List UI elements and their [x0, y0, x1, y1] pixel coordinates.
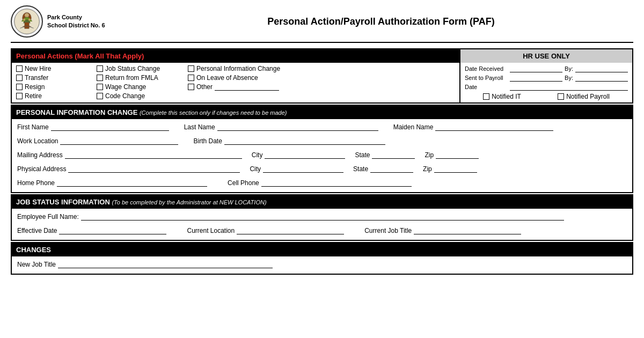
checkbox-other: Other — [188, 83, 295, 91]
checkbox-new-hire: New Hire — [16, 65, 86, 72]
physical-address-field[interactable] — [68, 164, 240, 173]
physical-state-field[interactable] — [370, 164, 413, 173]
date-received-label: Date Received — [465, 65, 508, 72]
physical-city-field[interactable] — [263, 164, 343, 173]
mailing-state-field[interactable] — [372, 150, 415, 159]
current-job-title-field[interactable] — [414, 226, 521, 234]
checkbox-retire: Retire — [16, 92, 86, 100]
personal-actions-label: Personal Actions (Mark All That Apply) — [16, 52, 144, 60]
org-line2: School District No. 6 — [47, 21, 105, 30]
page: Park County School District No. 6 Person… — [0, 0, 644, 338]
mailing-address-group: Mailing Address — [17, 150, 242, 159]
current-location-field[interactable] — [237, 226, 344, 234]
checkbox-box[interactable] — [16, 75, 23, 81]
new-job-title-field[interactable] — [58, 260, 273, 268]
home-phone-field[interactable] — [57, 178, 207, 187]
changes-section: CHANGES New Job Title — [11, 242, 633, 275]
first-name-field[interactable] — [51, 122, 169, 131]
current-location-group: Current Location — [187, 226, 344, 234]
personal-actions-content: New Hire Transfer Resign Retire — [12, 63, 459, 102]
checkbox-box[interactable] — [188, 84, 194, 90]
checkbox-return-fmla: Return from FMLA — [97, 74, 177, 82]
sent-to-payroll-by-label: By: — [565, 75, 573, 81]
checkbox-on-leave: On Leave of Absence — [188, 74, 295, 82]
checkbox-resign: Resign — [16, 83, 86, 91]
org-name: Park County School District No. 6 — [47, 13, 105, 30]
current-location-label: Current Location — [187, 227, 235, 234]
svg-point-2 — [25, 13, 29, 17]
current-job-title-label: Current Job Title — [364, 227, 412, 234]
maiden-name-group: Maiden Name — [393, 122, 554, 131]
phone-row: Home Phone Cell Phone — [17, 178, 627, 187]
notified-it-label: Notified IT — [492, 93, 521, 100]
changes-body: New Job Title — [12, 256, 632, 274]
cell-phone-field[interactable] — [261, 178, 412, 187]
checkbox-box[interactable] — [97, 65, 103, 72]
checkbox-box[interactable] — [97, 93, 103, 99]
personal-info-change-body: First Name Last Name Maiden Name Work Lo… — [12, 119, 632, 192]
transfer-label: Transfer — [25, 74, 48, 82]
other-label: Other — [196, 83, 213, 91]
employee-full-name-field[interactable] — [81, 212, 564, 221]
checkbox-box[interactable] — [558, 93, 564, 100]
job-status-section: JOB STATUS INFORMATION (To be completed … — [11, 194, 633, 241]
physical-city-label: City — [250, 165, 261, 173]
hr-use-only-section: HR USE ONLY Date Received By: Sent to Pa… — [460, 49, 632, 102]
checkbox-personal-info-change: Personal Information Change — [188, 65, 295, 72]
mailing-address-field[interactable] — [65, 150, 242, 159]
maiden-name-label: Maiden Name — [393, 123, 434, 131]
job-status-note: (To be completed by the Administrator at… — [112, 199, 266, 205]
effective-date-field[interactable] — [59, 226, 166, 234]
physical-address-group: Physical Address — [17, 164, 240, 173]
physical-zip-label: Zip — [423, 165, 432, 173]
changes-row: New Job Title — [17, 260, 627, 268]
personal-info-change-section: PERSONAL INFORMATION CHANGE (Complete th… — [11, 105, 633, 193]
work-birth-row: Work Location Birth Date — [17, 136, 627, 145]
current-job-title-group: Current Job Title — [364, 226, 521, 234]
actions-col-3: Personal Information Change On Leave of … — [188, 65, 295, 100]
checkbox-box[interactable] — [188, 65, 194, 72]
job-status-title: JOB STATUS INFORMATION (To be completed … — [12, 195, 632, 209]
last-name-group: Last Name — [184, 122, 378, 131]
checkbox-wage-change: Wage Change — [97, 83, 177, 91]
sent-to-payroll-field[interactable] — [510, 74, 562, 82]
title-area: Personal Action/Payroll Authorization Fo… — [129, 16, 633, 27]
checkbox-box[interactable] — [16, 65, 23, 72]
effective-date-group: Effective Date — [17, 226, 166, 234]
mailing-city-field[interactable] — [265, 150, 345, 159]
employee-full-name-label: Employee Full Name: — [17, 213, 79, 221]
work-location-field[interactable] — [60, 136, 178, 145]
notified-payroll-label: Notified Payroll — [566, 93, 610, 100]
logo — [11, 5, 43, 38]
date-field[interactable] — [510, 83, 628, 91]
physical-address-row: Physical Address City State Zip — [17, 164, 627, 173]
birth-date-group: Birth Date — [193, 136, 385, 145]
checkbox-box[interactable] — [16, 93, 23, 99]
checkbox-box[interactable] — [188, 75, 194, 81]
mailing-state-label: State — [355, 151, 370, 159]
sent-to-payroll-by-field[interactable] — [575, 74, 628, 82]
on-leave-label: On Leave of Absence — [196, 74, 258, 82]
physical-zip-field[interactable] — [434, 164, 477, 173]
checkbox-transfer: Transfer — [16, 74, 86, 82]
physical-address-label: Physical Address — [17, 165, 66, 173]
job-status-body: Employee Full Name: Effective Date Curre… — [12, 209, 632, 240]
last-name-field[interactable] — [217, 122, 378, 131]
checkbox-box[interactable] — [483, 93, 489, 100]
employee-full-name-group: Employee Full Name: — [17, 212, 564, 221]
birth-date-field[interactable] — [224, 136, 385, 145]
checkbox-box[interactable] — [97, 75, 103, 81]
date-received-field[interactable] — [510, 65, 562, 72]
sent-to-payroll-label: Sent to Payroll — [465, 75, 508, 81]
personal-info-change-title: PERSONAL INFORMATION CHANGE (Complete th… — [12, 106, 632, 119]
date-received-by-field[interactable] — [575, 65, 628, 72]
resign-label: Resign — [25, 83, 45, 91]
checkbox-box[interactable] — [16, 84, 23, 90]
personal-actions-section: Personal Actions (Mark All That Apply) N… — [12, 49, 460, 102]
checkbox-box[interactable] — [97, 84, 103, 90]
maiden-name-field[interactable] — [435, 122, 553, 131]
personal-info-change-label: Personal Information Change — [196, 65, 280, 72]
mailing-address-label: Mailing Address — [17, 151, 63, 159]
mailing-zip-field[interactable] — [436, 150, 479, 159]
effective-date-row: Effective Date Current Location Current … — [17, 226, 627, 234]
